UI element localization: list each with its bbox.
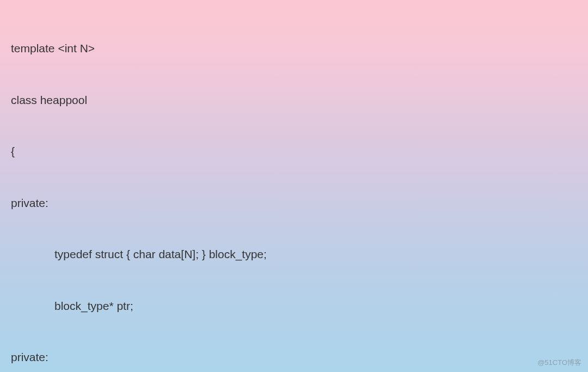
code-line: class heappool [11, 92, 577, 109]
code-line: block_type* ptr; [11, 297, 577, 315]
code-line: private: [11, 349, 577, 366]
code-snippet: template <int N> class heappool { privat… [11, 5, 577, 372]
code-line: { [11, 143, 577, 160]
code-line: template <int N> [11, 40, 577, 57]
watermark-text: @51CTO博客 [537, 357, 581, 368]
code-line: private: [11, 194, 577, 212]
code-line: typedef struct { char data[N]; } block_t… [11, 246, 577, 263]
